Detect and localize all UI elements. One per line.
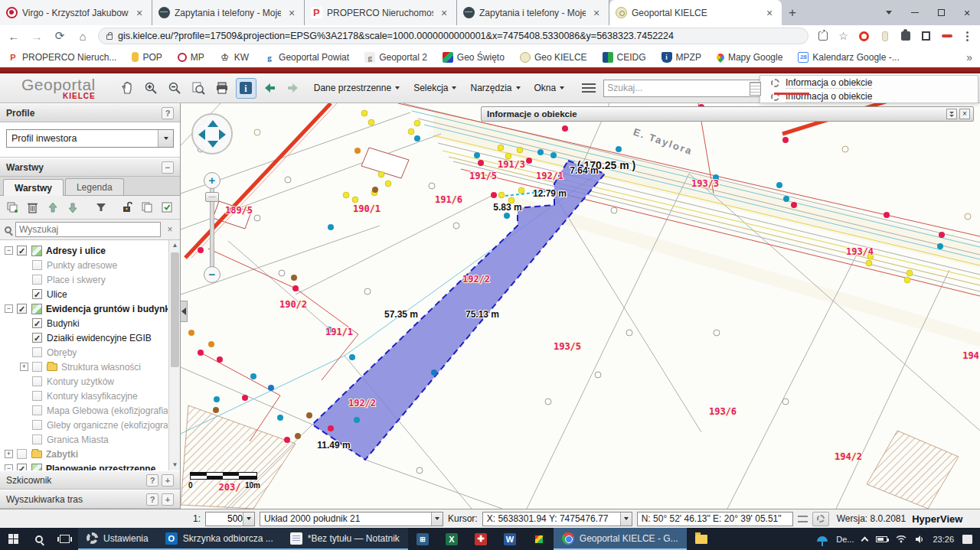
layer-row[interactable]: Punkty adresowe [3, 258, 168, 272]
reload-icon[interactable]: ⟳ [52, 29, 67, 43]
share-icon[interactable] [816, 30, 829, 43]
tab-close-icon[interactable]: × [438, 8, 450, 18]
menu-okna[interactable]: Okna [528, 78, 572, 99]
taskbar-app-red[interactable]: ✚ [466, 528, 495, 550]
collapse-box-icon[interactable]: − [5, 464, 13, 470]
panel-help-button[interactable]: ? [146, 474, 158, 487]
taskbar-excel[interactable]: X [437, 528, 466, 550]
tree-scrollbar[interactable]: ▲ ▼ [168, 240, 180, 470]
layer-checkbox[interactable]: ✓ [32, 333, 42, 343]
layer-row[interactable]: Kontury użytków [3, 374, 168, 389]
scale-dropdown-icon[interactable] [243, 513, 254, 526]
clock[interactable]: 23:26 [933, 535, 954, 544]
history-forward-icon[interactable] [283, 78, 304, 99]
zoom-slider[interactable]: + — − [204, 172, 220, 283]
zoom-extent-tool-icon[interactable] [188, 78, 209, 99]
tab-close-icon[interactable]: × [286, 8, 298, 18]
collapse-box-icon[interactable]: − [5, 304, 13, 313]
map-viewport[interactable]: 189/5190/1190/2191/1191/3191/5191/6192/1… [181, 103, 980, 509]
panel-help-button[interactable]: ? [146, 493, 158, 506]
profile-help-button[interactable]: ? [162, 107, 174, 119]
layer-row[interactable]: ✓Budynki [3, 316, 168, 330]
layers-collapse-button[interactable]: − [162, 161, 174, 174]
crs-dropdown-icon[interactable] [431, 513, 443, 526]
expand-box-icon[interactable]: + [5, 450, 13, 458]
weather-umbrella-icon[interactable] [817, 536, 828, 542]
dialog-collapse-icon[interactable] [946, 109, 957, 119]
layer-checkbox[interactable] [32, 362, 42, 372]
profile-select[interactable]: Profil inwestora [6, 129, 174, 148]
battery-icon[interactable] [876, 536, 887, 542]
sidebar-collapse-handle[interactable] [181, 301, 188, 322]
layer-row[interactable]: Mapa Glebowa (ekofizjografia) [3, 403, 168, 418]
print-tool-icon[interactable] [212, 78, 233, 99]
pan-down-icon[interactable] [207, 141, 218, 148]
zoom-in-tool-icon[interactable] [141, 78, 162, 99]
check-all-layers-icon[interactable] [158, 198, 176, 216]
bookmarks-overflow-icon[interactable]: » [966, 51, 972, 63]
scroll-down-icon[interactable]: ▼ [169, 460, 180, 470]
hidden-icons-chevron[interactable] [861, 536, 869, 544]
layer-row[interactable]: Kontury klasyfikacyjne [3, 389, 168, 403]
layer-checkbox[interactable]: ✓ [32, 289, 42, 299]
tab-legenda[interactable]: Legenda [65, 178, 124, 195]
home-icon[interactable]: ⌂ [75, 30, 90, 43]
pan-control[interactable] [191, 113, 233, 155]
notification-item[interactable]: Informacja o obiekcie [760, 76, 978, 89]
layer-row[interactable]: Obręby [3, 345, 168, 360]
coords-format-icon[interactable] [798, 516, 808, 522]
zoom-in-icon[interactable]: + [204, 172, 220, 189]
layer-checkbox[interactable] [32, 376, 42, 386]
copy-layers-icon[interactable] [139, 198, 156, 216]
add-layer-icon[interactable] [4, 198, 21, 216]
bookmark-item[interactable]: Geo KIELCE [520, 52, 587, 63]
bookmark-item[interactable]: iMPZP [662, 52, 701, 63]
scroll-thumb[interactable] [171, 252, 179, 367]
new-tab-button[interactable]: + [782, 0, 803, 25]
info-dialog-titlebar[interactable]: Informacje o obiekcie × [481, 106, 974, 122]
reader-extension-icon[interactable] [920, 30, 933, 43]
adblock-extension-icon[interactable] [940, 30, 953, 43]
menu-narz-dzia[interactable]: Narzędzia [463, 78, 527, 99]
bookmark-item[interactable]: PPROPERCO Nieruch... [8, 52, 116, 63]
maximize-button[interactable] [928, 0, 954, 25]
status-spinner-icon[interactable] [812, 512, 829, 526]
layer-row[interactable]: Gleby organiczne (ekofizjografia : [3, 418, 168, 432]
pan-up-icon[interactable] [207, 120, 218, 127]
zoom-out-icon[interactable]: − [204, 266, 220, 283]
taskbar-photos[interactable] [524, 528, 554, 550]
pan-tool-icon[interactable] [117, 78, 138, 99]
bookmark-item[interactable]: CEIDG [603, 52, 646, 63]
weather-label[interactable]: De... [836, 535, 854, 544]
layer-checkbox[interactable] [32, 391, 42, 401]
notification-center-icon[interactable] [962, 535, 972, 544]
profile-select-arrow-icon[interactable] [158, 130, 173, 147]
menu-dane-przestrzenne[interactable]: Dane przestrzenne [307, 78, 407, 99]
layer-checkbox[interactable] [32, 420, 42, 430]
collapse-box-icon[interactable]: − [5, 246, 13, 255]
bookmark-item[interactable]: POP [132, 52, 162, 63]
move-layer-down-icon[interactable] [64, 198, 82, 216]
layer-row[interactable]: Place i skwery [3, 272, 168, 287]
bookmark-star-icon[interactable]: ☆ [837, 30, 850, 43]
bookmark-item[interactable]: MP [178, 52, 204, 63]
info-tool-icon[interactable]: i [236, 78, 256, 99]
layer-checkbox[interactable]: ✓ [17, 464, 27, 470]
search-options-icon[interactable] [582, 83, 596, 93]
browser-tab[interactable]: Zapytania i telefony - Moje k× [152, 0, 305, 25]
taskbar-settings[interactable]: Ustawienia [78, 528, 157, 550]
scale-input[interactable] [206, 513, 243, 524]
tab-warstwy[interactable]: Warstwy [3, 179, 64, 196]
layers-search-input[interactable] [15, 222, 161, 237]
zoom-out-tool-icon[interactable] [165, 78, 185, 99]
bookmark-item[interactable]: ♔KW [220, 52, 249, 63]
layer-checkbox[interactable] [32, 260, 42, 270]
layer-checkbox[interactable]: ✓ [17, 246, 27, 255]
panel-add-button[interactable]: + [162, 474, 174, 487]
taskbar-chrome[interactable]: Geoportal KIELCE - G... [554, 528, 687, 550]
layer-checkbox[interactable] [32, 347, 42, 357]
crs-select[interactable]: Układ 2000 południk 21 [260, 512, 443, 526]
back-icon[interactable]: ← [6, 30, 21, 43]
layer-checkbox[interactable] [32, 405, 42, 415]
minimize-button[interactable] [902, 0, 928, 25]
